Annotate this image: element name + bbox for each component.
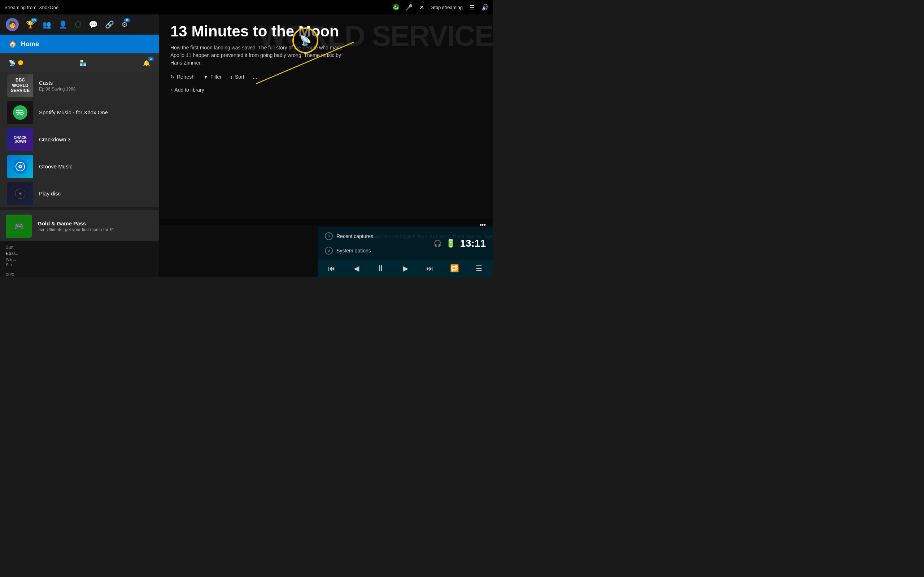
headphones-icon: 🎧 — [433, 239, 441, 247]
main-content: 🧑 🏆 60 👥 👤 ⬡ 💬 🔗 ⚙ 8 — [0, 15, 493, 277]
content-actions: ↻ Refresh ▼ Filter ↕ Sort ... — [170, 74, 481, 80]
episode-scroll-bar: ••• — [159, 219, 493, 225]
content-title: 13 Minutes to the Moon — [170, 23, 481, 40]
social-nav-item[interactable]: 👤 — [58, 20, 68, 29]
recent-captures-label: Recent captures — [336, 233, 373, 239]
menu-item-crackdown[interactable]: CRACKDOWN Crackdown 3 — [0, 126, 159, 153]
prev-button[interactable]: ◀ — [350, 262, 363, 275]
content-description: How the first moon landing was saved. Th… — [170, 44, 351, 67]
avatar[interactable]: 🧑 — [6, 18, 19, 31]
store-icon: 🏪 — [79, 60, 87, 66]
gold-subtitle: Join Ultimate, get your first month for … — [37, 227, 153, 232]
skip-to-start-button[interactable]: ⏮ — [325, 262, 338, 275]
close-icon[interactable]: ✕ — [418, 3, 426, 11]
battery-icon: 🔋 — [446, 239, 456, 248]
trophy-badge: 60 — [31, 18, 37, 23]
gold-title: Gold & Game Pass — [37, 220, 153, 226]
spotify-title: Spotify Music - for Xbox One — [39, 109, 153, 115]
xbox-nav-item[interactable]: ⬡ — [75, 20, 82, 29]
bottom-left-scroll: Sun Ep.0... War...Sta... 09/0... Ep... — [0, 241, 159, 277]
casts-thumbnail: BBCWORLDSERVICE — [7, 74, 33, 97]
streaming-label: Streaming from: XboxOne — [4, 5, 58, 10]
settings-nav-item[interactable]: ⚙ 8 — [121, 20, 128, 29]
crackdown-title: Crackdown 3 — [39, 136, 153, 142]
home-button[interactable]: 🏠 Home — [0, 35, 159, 53]
home-label: Home — [21, 40, 39, 48]
menu-item-spotify[interactable]: Spotify Music - for Xbox One — [0, 99, 159, 126]
filter-button[interactable]: ▼ Filter — [203, 74, 221, 80]
microphone-icon[interactable]: 🎤 — [405, 3, 412, 11]
skip-to-end-button[interactable]: ⏭ — [423, 262, 436, 275]
notification-action[interactable]: 🔔 3 — [143, 60, 150, 66]
filter-icon: ▼ — [203, 74, 208, 80]
friends-nav-item[interactable]: 👥 — [42, 20, 51, 29]
trophy-nav-item[interactable]: 🏆 60 — [26, 20, 35, 29]
strip-right-icons: 🎧 🔋 13:11 — [433, 238, 486, 249]
friends-icon: 👥 — [42, 21, 51, 29]
volume-icon[interactable]: 🔊 — [481, 3, 489, 11]
gold-section: 🎮 Gold & Game Pass Join Ultimate, get yo… — [0, 210, 159, 242]
title-bar-left: Streaming from: XboxOne — [4, 5, 58, 10]
right-content: WORLD SERVICE 📡 13 Minutes to the Moon H… — [159, 15, 493, 277]
xbox-nav-icon: ⬡ — [75, 20, 82, 29]
system-options-item[interactable]: ○ System options — [325, 244, 373, 258]
bottom-strip-top: ○ Recent captures ○ System options 🎧 🔋 1… — [318, 227, 493, 259]
casts-subtitle: Ep.06 Saving 1968 — [39, 87, 153, 92]
queue-button[interactable]: ☰ — [472, 262, 485, 275]
annotation-icon: 📡 — [300, 35, 311, 46]
next-button[interactable]: ▶ — [399, 262, 412, 275]
scroll-item-1: Sun Ep.0... War...Sta... — [0, 242, 159, 270]
menu-item-casts[interactable]: BBCWORLDSERVICE Casts Ep.06 Saving 1968 — [0, 72, 159, 99]
store-action[interactable]: 🏪 — [79, 60, 87, 66]
spotify-thumbnail — [7, 101, 33, 124]
bottom-strip: ○ Recent captures ○ System options 🎧 🔋 1… — [318, 227, 493, 277]
nav-bar: 🧑 🏆 60 👥 👤 ⬡ 💬 🔗 ⚙ 8 — [0, 15, 159, 35]
refresh-icon: ↻ — [170, 74, 175, 80]
sidebar: 🧑 🏆 60 👥 👤 ⬡ 💬 🔗 ⚙ 8 — [0, 15, 159, 277]
more-button[interactable]: ... — [253, 74, 257, 80]
crackdown-thumbnail: CRACKDOWN — [7, 128, 33, 151]
pause-button[interactable]: ⏸ — [374, 262, 387, 275]
cast-action[interactable]: 📡 — [9, 60, 23, 66]
notification-badge: 3 — [148, 56, 154, 61]
recent-captures-item[interactable]: ○ Recent captures — [325, 229, 373, 243]
refresh-label: Refresh — [177, 74, 195, 80]
scroll-item-2: 09/0... Ep... — [0, 270, 159, 277]
cast-icon: 📡 — [9, 60, 16, 66]
system-options-icon: ○ — [325, 247, 333, 255]
playdisc-text: Play disc — [39, 190, 153, 197]
lfg-nav-item[interactable]: 🔗 — [105, 20, 114, 29]
stop-streaming-button[interactable]: Stop streaming — [431, 5, 463, 10]
messages-nav-item[interactable]: 💬 — [89, 20, 98, 29]
gold-text: Gold & Game Pass Join Ultimate, get your… — [37, 220, 153, 232]
title-bar-right: 🎤 ✕ Stop streaming ☰ 🔊 — [393, 3, 489, 11]
sort-label: Sort — [235, 74, 244, 80]
playback-bar: ⏮ ◀ ⏸ ▶ ⏭ 🔁 ☰ — [318, 259, 493, 277]
quick-actions: 📡 🏪 🔔 3 — [0, 53, 159, 72]
groove-title: Groove Music — [39, 163, 153, 169]
menu-icon[interactable]: ☰ — [468, 3, 476, 11]
svg-point-5 — [19, 166, 21, 167]
casts-title: Casts — [39, 80, 153, 86]
social-icon: 👤 — [58, 21, 68, 29]
casts-text: Casts Ep.06 Saving 1968 — [39, 80, 153, 92]
strip-items: ○ Recent captures ○ System options — [325, 229, 373, 258]
sort-button[interactable]: ↕ Sort — [230, 74, 244, 80]
gold-gamepass-item[interactable]: 🎮 Gold & Game Pass Join Ultimate, get yo… — [0, 210, 159, 242]
add-library-button[interactable]: + Add to library — [170, 87, 481, 93]
recent-captures-icon: ○ — [325, 232, 333, 240]
repeat-button[interactable]: 🔁 — [448, 262, 461, 275]
menu-item-playdisc[interactable]: Play disc — [0, 180, 159, 207]
xbox-logo-icon[interactable] — [393, 3, 399, 11]
cast-dot — [18, 60, 23, 65]
playdisc-title: Play disc — [39, 190, 153, 197]
spotify-text: Spotify Music - for Xbox One — [39, 109, 153, 116]
content-area: 13 Minutes to the Moon How the first moo… — [159, 15, 493, 102]
time-display: 13:11 — [460, 238, 486, 249]
messages-icon: 💬 — [89, 21, 98, 29]
settings-badge: 8 — [124, 18, 130, 23]
add-library-label: + Add to library — [170, 87, 204, 93]
groove-text: Groove Music — [39, 163, 153, 170]
refresh-button[interactable]: ↻ Refresh — [170, 74, 195, 80]
menu-item-groove[interactable]: Groove Music — [0, 153, 159, 180]
